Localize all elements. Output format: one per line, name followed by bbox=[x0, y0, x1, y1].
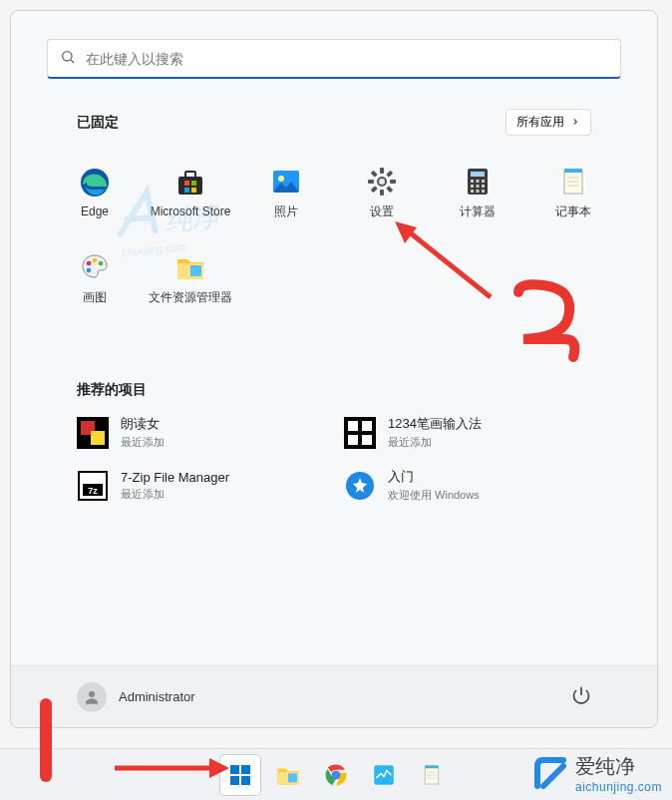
svg-point-69 bbox=[332, 771, 340, 779]
svg-point-10 bbox=[278, 176, 284, 182]
svg-point-44 bbox=[87, 267, 92, 272]
svg-rect-24 bbox=[477, 180, 480, 183]
calculator-icon bbox=[462, 166, 494, 198]
photos-icon bbox=[270, 166, 302, 198]
app-label: 画图 bbox=[83, 289, 107, 306]
svg-rect-29 bbox=[471, 190, 474, 193]
app-settings[interactable]: 设置 bbox=[334, 150, 430, 235]
app-label: 照片 bbox=[274, 203, 298, 220]
svg-rect-51 bbox=[348, 421, 358, 431]
svg-rect-26 bbox=[471, 185, 474, 188]
store-icon bbox=[174, 167, 206, 199]
langdunv-icon bbox=[77, 417, 109, 449]
svg-point-0 bbox=[63, 51, 72, 60]
svg-rect-52 bbox=[362, 421, 372, 431]
power-button[interactable] bbox=[571, 685, 591, 709]
svg-rect-72 bbox=[425, 765, 439, 768]
svg-rect-18 bbox=[371, 170, 378, 177]
svg-line-1 bbox=[71, 60, 74, 63]
start-menu: 已固定 所有应用 Edge Microsoft Store bbox=[10, 10, 658, 728]
all-apps-button[interactable]: 所有应用 bbox=[505, 109, 591, 136]
svg-rect-30 bbox=[477, 190, 480, 193]
rec-title: 入门 bbox=[388, 468, 480, 486]
bihua-input-icon bbox=[344, 417, 376, 449]
recommended-item[interactable]: 7z 7-Zip File Manager 最近添加 bbox=[77, 468, 324, 503]
svg-point-42 bbox=[93, 257, 98, 262]
svg-rect-22 bbox=[471, 172, 485, 177]
svg-point-41 bbox=[87, 260, 92, 265]
app-label: Microsoft Store bbox=[151, 204, 231, 218]
app-file-explorer[interactable]: 文件资源管理器 bbox=[143, 235, 238, 321]
taskbar-chrome[interactable] bbox=[316, 755, 356, 795]
svg-rect-16 bbox=[386, 170, 393, 177]
svg-rect-6 bbox=[191, 181, 196, 186]
search-bar[interactable] bbox=[47, 39, 621, 79]
recommended-item[interactable]: 1234笔画输入法 最近添加 bbox=[344, 415, 591, 450]
app-label: 计算器 bbox=[460, 203, 496, 220]
7zip-icon: 7z bbox=[77, 470, 109, 502]
get-started-icon bbox=[344, 470, 376, 502]
svg-rect-23 bbox=[471, 180, 474, 183]
recommended-item[interactable]: 朗读女 最近添加 bbox=[77, 415, 324, 450]
chevron-right-icon bbox=[570, 116, 580, 130]
user-bar: Administrator bbox=[11, 665, 657, 727]
svg-rect-32 bbox=[564, 172, 582, 194]
app-label: 记事本 bbox=[555, 203, 591, 220]
svg-rect-17 bbox=[371, 186, 378, 193]
svg-rect-12 bbox=[380, 168, 384, 174]
svg-rect-49 bbox=[91, 431, 105, 445]
svg-rect-62 bbox=[241, 765, 250, 774]
svg-rect-31 bbox=[482, 190, 485, 193]
search-input[interactable] bbox=[86, 51, 608, 67]
rec-subtitle: 最近添加 bbox=[388, 435, 482, 450]
settings-icon bbox=[366, 166, 398, 198]
svg-rect-15 bbox=[390, 180, 396, 184]
svg-rect-4 bbox=[185, 172, 195, 178]
taskbar-monitor[interactable] bbox=[364, 755, 404, 795]
svg-rect-53 bbox=[348, 435, 358, 445]
app-paint[interactable]: 画图 bbox=[47, 235, 143, 321]
svg-rect-19 bbox=[386, 186, 393, 193]
rec-title: 1234笔画输入法 bbox=[388, 415, 482, 433]
notepad-icon bbox=[557, 166, 589, 198]
file-explorer-icon bbox=[174, 251, 206, 283]
svg-rect-54 bbox=[362, 435, 372, 445]
svg-rect-8 bbox=[191, 188, 196, 193]
svg-rect-7 bbox=[184, 188, 189, 193]
rec-title: 7-Zip File Manager bbox=[121, 470, 229, 485]
recommended-title: 推荐的项目 bbox=[77, 381, 147, 399]
svg-rect-3 bbox=[178, 177, 202, 195]
user-name[interactable]: Administrator bbox=[119, 689, 195, 704]
rec-title: 朗读女 bbox=[121, 415, 165, 433]
svg-rect-66 bbox=[288, 773, 297, 782]
svg-rect-63 bbox=[230, 776, 239, 785]
app-notepad[interactable]: 记事本 bbox=[525, 150, 621, 235]
svg-point-20 bbox=[379, 179, 385, 185]
taskbar-start-button[interactable] bbox=[220, 755, 260, 795]
recommended-item[interactable]: 入门 欢迎使用 Windows bbox=[344, 468, 591, 503]
pinned-title: 已固定 bbox=[77, 114, 119, 132]
svg-rect-13 bbox=[380, 190, 384, 196]
svg-rect-46 bbox=[190, 265, 201, 276]
app-photos[interactable]: 照片 bbox=[238, 150, 334, 235]
app-label: 设置 bbox=[370, 203, 394, 220]
svg-rect-28 bbox=[482, 185, 485, 188]
svg-point-43 bbox=[99, 260, 104, 265]
taskbar-file-explorer[interactable] bbox=[268, 755, 308, 795]
all-apps-label: 所有应用 bbox=[516, 114, 564, 131]
app-microsoft-store[interactable]: Microsoft Store bbox=[143, 150, 238, 235]
edge-icon bbox=[79, 167, 111, 199]
search-icon bbox=[60, 49, 86, 69]
svg-rect-5 bbox=[184, 181, 189, 186]
svg-text:7z: 7z bbox=[88, 486, 98, 496]
svg-rect-61 bbox=[230, 765, 239, 774]
svg-rect-25 bbox=[482, 180, 485, 183]
app-edge[interactable]: Edge bbox=[47, 150, 143, 235]
svg-rect-27 bbox=[477, 185, 480, 188]
user-avatar[interactable] bbox=[77, 682, 107, 712]
pinned-apps-grid: Edge Microsoft Store 照片 设置 计算器 bbox=[47, 150, 621, 321]
rec-subtitle: 最近添加 bbox=[121, 435, 165, 450]
app-calculator[interactable]: 计算器 bbox=[430, 150, 525, 235]
app-label: 文件资源管理器 bbox=[149, 289, 232, 306]
taskbar-notepad[interactable] bbox=[412, 755, 452, 795]
